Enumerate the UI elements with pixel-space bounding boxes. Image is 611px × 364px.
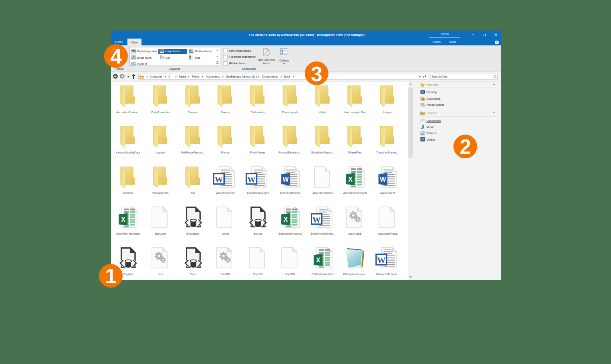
svg-text:W: W xyxy=(215,175,223,184)
svg-text:W: W xyxy=(312,215,321,225)
svg-text:X: X xyxy=(283,216,288,223)
svg-text:W: W xyxy=(377,256,385,265)
svg-text:W: W xyxy=(380,176,386,183)
svg-text:X: X xyxy=(316,257,320,264)
svg-text:W: W xyxy=(283,176,289,183)
svg-text:X: X xyxy=(348,176,353,183)
svg-text:W: W xyxy=(247,175,256,184)
svg-text:X: X xyxy=(121,216,125,223)
